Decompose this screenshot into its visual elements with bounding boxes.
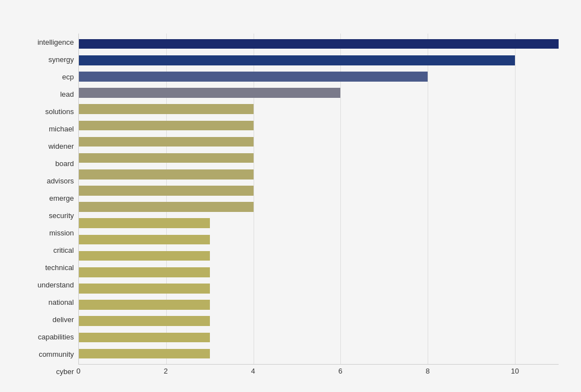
bar <box>79 55 515 65</box>
bar-row <box>79 280 559 296</box>
bar-row <box>79 182 559 199</box>
x-tick-label: 10 <box>509 367 521 375</box>
bar <box>79 121 254 131</box>
y-axis-label: emerge <box>49 195 74 202</box>
bar-row <box>79 134 559 150</box>
x-tick-label: 2 <box>160 367 171 375</box>
bar-row <box>79 264 559 280</box>
bar-row <box>79 215 559 232</box>
x-tick-label: 6 <box>335 367 346 375</box>
y-axis-label: lead <box>60 91 74 98</box>
bar-row <box>79 248 559 264</box>
bar <box>79 137 254 147</box>
y-axis-label: synergy <box>48 56 74 63</box>
y-axis-label: intelligence <box>38 39 74 46</box>
y-axis-label: critical <box>53 247 74 254</box>
bar <box>79 235 210 245</box>
y-axis-label: security <box>49 212 74 219</box>
bar <box>79 316 210 326</box>
bar <box>79 202 254 212</box>
y-axis-label: michael <box>49 125 74 133</box>
chart-plot-area <box>78 34 559 365</box>
bar <box>79 333 210 343</box>
y-axis-label: board <box>55 160 74 167</box>
y-axis-label: mission <box>49 229 74 237</box>
bar-row <box>79 36 559 52</box>
bar <box>79 104 254 114</box>
y-axis-label: cyber <box>56 368 74 375</box>
bar-row <box>79 52 559 68</box>
bar <box>79 251 210 261</box>
y-axis-label: deliver <box>53 316 74 323</box>
y-axis-label: solutions <box>45 108 74 115</box>
bar-row <box>79 101 559 117</box>
bar-row <box>79 329 559 346</box>
bars-wrapper <box>79 34 559 364</box>
bar <box>79 349 210 359</box>
x-tick-label: 8 <box>422 367 433 375</box>
bar <box>79 186 254 196</box>
bar <box>79 300 210 310</box>
x-tick-label: 0 <box>73 367 84 375</box>
bar-row <box>79 68 559 84</box>
bar-row <box>79 313 559 329</box>
y-axis-label: understand <box>38 281 74 289</box>
x-tick-label: 4 <box>247 367 259 375</box>
chart-container: intelligencesynergyecpleadsolutionsmicha… <box>11 11 570 392</box>
y-axis-label: community <box>39 351 74 358</box>
bar-row <box>79 166 559 182</box>
bar <box>79 39 559 49</box>
y-axis-labels: intelligencesynergyecpleadsolutionsmicha… <box>22 34 78 380</box>
bar-row <box>79 297 559 313</box>
bar <box>79 267 210 277</box>
bar <box>79 169 254 180</box>
bar <box>79 284 210 294</box>
bar-row <box>79 84 559 101</box>
bar-row <box>79 150 559 166</box>
bar-row <box>79 346 559 362</box>
bar-row <box>79 232 559 248</box>
bar <box>79 218 210 228</box>
bar <box>79 153 254 163</box>
y-axis-label: national <box>48 299 74 306</box>
bar <box>79 72 428 82</box>
bar-row <box>79 117 559 134</box>
y-axis-label: capabilities <box>38 333 74 341</box>
bar <box>79 88 340 98</box>
y-axis-label: advisors <box>47 177 74 185</box>
y-axis-label: widener <box>48 143 74 150</box>
y-axis-label: ecp <box>62 73 74 81</box>
bar-row <box>79 199 559 215</box>
y-axis-label: technical <box>45 264 74 271</box>
